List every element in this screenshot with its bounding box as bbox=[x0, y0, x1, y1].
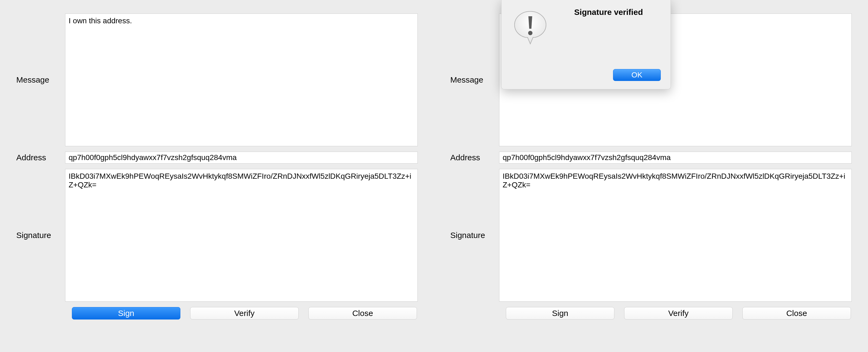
address-label: Address bbox=[450, 153, 499, 162]
verify-button[interactable]: Verify bbox=[190, 307, 299, 319]
button-row: Sign Verify Close bbox=[506, 307, 852, 319]
signature-verified-dialog: Signature verified OK bbox=[501, 0, 671, 90]
signature-textarea[interactable]: IBkD03i7MXwEk9hPEWoqREysaIs2WvHktykqf8SM… bbox=[65, 169, 418, 302]
close-button[interactable]: Close bbox=[742, 307, 851, 319]
address-label: Address bbox=[16, 153, 65, 162]
signature-textarea[interactable]: IBkD03i7MXwEk9hPEWoqREysaIs2WvHktykqf8SM… bbox=[499, 169, 852, 302]
sign-button[interactable]: Sign bbox=[72, 307, 180, 319]
address-input[interactable] bbox=[65, 152, 418, 164]
message-label: Message bbox=[16, 75, 65, 84]
sign-verify-panel-left: Message I own this address. Address Sign… bbox=[0, 0, 434, 352]
close-button[interactable]: Close bbox=[308, 307, 417, 319]
verify-button[interactable]: Verify bbox=[624, 307, 733, 319]
alert-icon bbox=[511, 9, 549, 47]
message-textarea[interactable]: I own this address. bbox=[65, 13, 418, 146]
button-row: Sign Verify Close bbox=[72, 307, 418, 319]
ok-button[interactable]: OK bbox=[613, 69, 661, 81]
alert-title: Signature verified bbox=[556, 8, 661, 17]
sign-verify-panel-right: Message I own this address. Address Sign… bbox=[434, 0, 868, 352]
signature-label: Signature bbox=[16, 231, 65, 240]
svg-point-0 bbox=[528, 31, 532, 35]
address-input[interactable] bbox=[499, 152, 852, 164]
sign-button[interactable]: Sign bbox=[506, 307, 614, 319]
message-label: Message bbox=[450, 75, 499, 84]
signature-label: Signature bbox=[450, 231, 499, 240]
